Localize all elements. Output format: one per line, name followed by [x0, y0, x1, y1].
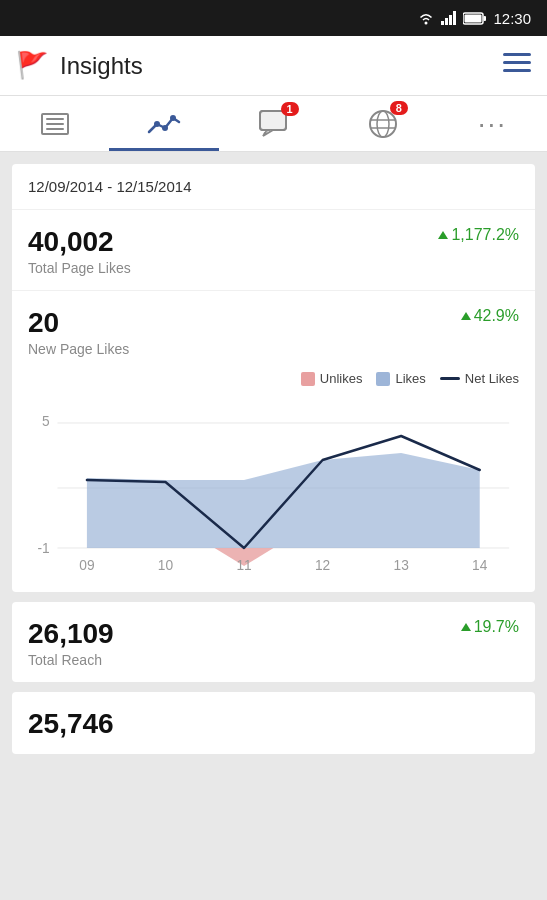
total-likes-change: 1,177.2% [438, 226, 519, 244]
new-likes-value: 20 [28, 307, 129, 339]
new-page-likes-section: 20 New Page Likes 42.9% Unlikes Likes [12, 291, 535, 592]
total-reach-card: 26,109 Total Reach 19.7% [12, 602, 535, 682]
page-title: Insights [60, 52, 143, 80]
chart-svg: 5 -1 [28, 398, 519, 578]
svg-rect-7 [465, 14, 482, 22]
total-likes-label: Total Page Likes [28, 260, 131, 276]
total-likes-value: 40,002 [28, 226, 131, 258]
metric-row-total-reach: 26,109 Total Reach 19.7% [28, 618, 519, 668]
svg-point-0 [425, 22, 428, 25]
likes-swatch [376, 372, 390, 386]
menu-button[interactable] [503, 53, 531, 79]
total-likes-left: 40,002 Total Page Likes [28, 226, 131, 276]
main-content: 12/09/2014 - 12/15/2014 40,002 Total Pag… [0, 152, 547, 900]
legend-unlikes: Unlikes [301, 371, 363, 386]
chart-section: 5 -1 [28, 398, 519, 578]
svg-text:5: 5 [42, 413, 50, 429]
svg-rect-4 [453, 11, 456, 25]
messages-icon-wrap: 1 [259, 110, 289, 138]
metric-row-total-likes: 40,002 Total Page Likes 1,177.2% [28, 226, 519, 276]
battery-icon [463, 12, 487, 25]
svg-point-12 [162, 125, 168, 131]
next-metric-card: 25,746 [12, 692, 535, 754]
chart-container: 5 -1 [28, 398, 519, 578]
legend-net-likes: Net Likes [440, 371, 519, 386]
svg-rect-8 [503, 53, 531, 56]
svg-text:11: 11 [236, 557, 252, 573]
header-left: 🚩 Insights [16, 50, 143, 81]
likes-area [87, 453, 480, 548]
new-likes-change: 42.9% [461, 307, 519, 325]
svg-text:10: 10 [158, 557, 174, 573]
svg-rect-10 [503, 69, 531, 72]
total-reach-label: Total Reach [28, 652, 114, 668]
insights-card: 12/09/2014 - 12/15/2014 40,002 Total Pag… [12, 164, 535, 592]
status-time: 12:30 [493, 10, 531, 27]
chart-line-icon [147, 110, 181, 138]
more-icon: ··· [478, 110, 507, 138]
arrow-up-icon-3 [461, 623, 471, 631]
legend-likes: Likes [376, 371, 425, 386]
svg-text:12: 12 [315, 557, 331, 573]
tab-more[interactable]: ··· [438, 96, 547, 151]
tab-globe[interactable]: 8 [328, 96, 437, 151]
svg-point-11 [154, 121, 160, 127]
total-reach-section: 26,109 Total Reach 19.7% [12, 602, 535, 682]
tab-chart[interactable] [109, 96, 218, 151]
next-metric-value: 25,746 [28, 708, 519, 740]
svg-rect-3 [449, 15, 452, 25]
svg-text:09: 09 [79, 557, 95, 573]
svg-rect-9 [503, 61, 531, 64]
messages-badge: 1 [281, 102, 299, 116]
svg-text:-1: -1 [37, 540, 50, 556]
svg-text:14: 14 [472, 557, 488, 573]
likes-label: Likes [395, 371, 425, 386]
svg-point-16 [370, 111, 396, 137]
globe-badge: 8 [390, 101, 408, 115]
signal-icon [441, 11, 457, 25]
svg-rect-6 [484, 16, 487, 21]
total-page-likes-section: 40,002 Total Page Likes 1,177.2% [12, 210, 535, 291]
metric-row-new-likes: 20 New Page Likes 42.9% [28, 307, 519, 357]
tab-list[interactable] [0, 96, 109, 151]
total-reach-change: 19.7% [461, 618, 519, 636]
app-header: 🚩 Insights [0, 36, 547, 96]
status-bar: 12:30 [0, 0, 547, 36]
total-reach-value: 26,109 [28, 618, 114, 650]
svg-point-13 [170, 115, 176, 121]
svg-point-17 [377, 111, 389, 137]
wifi-icon [417, 11, 435, 25]
next-metric-section: 25,746 [12, 692, 535, 754]
unlikes-label: Unlikes [320, 371, 363, 386]
svg-text:13: 13 [394, 557, 410, 573]
chart-legend: Unlikes Likes Net Likes [28, 371, 519, 386]
new-likes-left: 20 New Page Likes [28, 307, 129, 357]
net-likes-swatch [440, 377, 460, 380]
status-icons: 12:30 [417, 10, 531, 27]
svg-rect-2 [445, 18, 448, 25]
unlikes-swatch [301, 372, 315, 386]
list-icon [41, 113, 69, 135]
globe-icon-wrap: 8 [368, 109, 398, 139]
tab-bar: 1 8 ··· [0, 96, 547, 152]
arrow-up-icon-2 [461, 312, 471, 320]
new-likes-label: New Page Likes [28, 341, 129, 357]
svg-rect-1 [441, 21, 444, 25]
net-likes-label: Net Likes [465, 371, 519, 386]
arrow-up-icon [438, 231, 448, 239]
flag-icon: 🚩 [16, 50, 48, 81]
date-range: 12/09/2014 - 12/15/2014 [12, 164, 535, 210]
tab-messages[interactable]: 1 [219, 96, 328, 151]
total-reach-left: 26,109 Total Reach [28, 618, 114, 668]
